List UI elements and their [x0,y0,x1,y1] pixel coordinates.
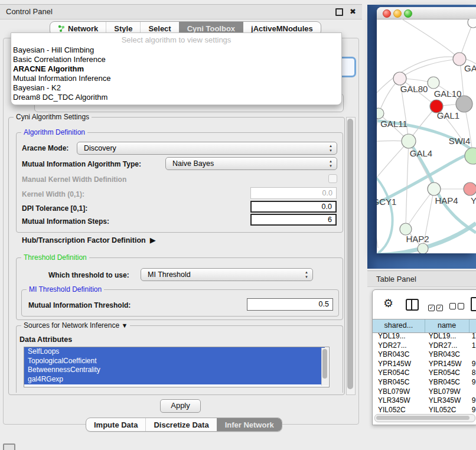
table-row[interactable]: YPR145WYPR145W9. [373,360,476,369]
table-horizontal-scrollbar[interactable] [374,414,475,422]
attribute-list-item[interactable]: SelfLoops [24,347,325,357]
table-cell: YIL052C [373,406,425,414]
node-label-HAP2: HAP2 [406,234,429,244]
control-panel-titlebar[interactable]: Control Panel ✖ [0,4,362,19]
mi-steps-label: Mutual Information Steps: [22,217,109,226]
table-column-header[interactable]: A [470,319,476,332]
attribute-list-item[interactable]: gal4RGexp [24,375,325,384]
table-cell: YLR345W [373,396,425,406]
table-column-header[interactable]: shared... [373,319,425,332]
table-row[interactable]: YBR045CYBR045C9. [373,378,476,387]
spinner-arrows-icon: ▲▼ [329,159,332,168]
table-column-header[interactable]: name [425,319,470,332]
sources-title-text: Sources for Network Inference [24,321,119,330]
which-threshold-select[interactable]: MI Threshold ▲▼ [141,268,313,281]
kernel-width-field[interactable]: 0.0 [250,187,337,199]
algorithm-option[interactable]: Basic Correlation Inference [11,55,341,64]
kernel-width-label: Kernel Width (0,1): [22,190,84,198]
table-cell: 13 [468,332,476,341]
sources-group-title[interactable]: Sources for Network Inference ▼ [21,321,130,330]
tab-impute-data[interactable]: Impute Data [86,418,145,431]
network-window-titlebar[interactable] [377,7,476,19]
node-label-GCY1: GCY1 [377,197,396,207]
aracne-mode-label: Aracne Mode: [22,144,69,152]
algorithm-option[interactable]: Bayesian - Hill Climbing [11,45,341,55]
table-hscrollbar-thumb[interactable] [376,416,470,420]
table-row[interactable]: YDL19...YDL19...13 [373,332,476,341]
table-cell: 9. [468,378,476,387]
control-panel-title: Control Panel [6,5,53,19]
table-row[interactable]: YIL052CYIL052C9 [373,406,476,414]
network-node-HAP2[interactable] [400,223,412,235]
network-node-SWI4[interactable] [465,148,476,164]
network-canvas[interactable]: GAL80GAL10GAL1GAL11GAL4SWI4GCY1HAP4YHAP2… [377,19,476,253]
algorithm-option[interactable]: Bayesian - K2 [11,83,341,93]
network-edge[interactable] [377,170,393,253]
network-node-GAL80[interactable] [393,72,406,85]
float-panel-icon[interactable] [335,8,343,16]
algorithm-options-list: Bayesian - Hill ClimbingBasic Correlatio… [11,45,341,102]
table-cell: YBR045C [373,378,425,387]
tab-infer-network[interactable]: Infer Network [217,418,282,431]
dpi-tolerance-value: 0.0 [322,203,332,211]
attribute-list-item[interactable]: BetweennessCentrality [24,366,325,375]
table-panel-titlebar[interactable]: Table Panel [367,270,476,287]
network-edge[interactable] [406,141,409,229]
expanded-arrow-icon[interactable]: ▼ [121,322,128,329]
table-row[interactable]: YER054CYER054C8. [373,369,476,378]
dpi-tolerance-label: DPI Tolerance [0,1]: [22,204,87,213]
algorithm-option[interactable]: ARACNE Algorithm [11,64,341,74]
split-columns-icon[interactable] [406,299,419,311]
minimized-panel-icon[interactable] [3,444,15,450]
aracne-mode-select[interactable]: Discovery ▲▼ [77,142,337,155]
mi-type-label: Mutual Information Algorithm Type: [22,160,141,168]
attributes-scrollbar[interactable] [321,348,328,386]
table-row[interactable]: YBR043CYBR043C [373,350,476,360]
select-all-icon[interactable]: ✓✓ [428,301,445,312]
collapsed-arrow-icon[interactable]: ▶ [148,236,156,244]
minimize-window-icon[interactable] [393,9,402,18]
network-node-GAL11[interactable] [377,108,384,119]
mi-algorithm-type-select[interactable]: Naive Bayes ▲▼ [165,157,337,170]
gear-icon[interactable]: ⚙ [383,298,393,309]
network-node-GAL10[interactable] [428,77,439,89]
network-node-node-bottom[interactable] [418,243,428,253]
attributes-scrollbar-thumb[interactable] [322,349,327,379]
tab-label: Style [114,24,132,33]
data-attributes-list[interactable]: SelfLoopsTopologicalCoefficientBetweenne… [24,347,330,387]
table-row[interactable]: YLR345WYLR345W9. [373,396,476,406]
node-label-GAL4: GAL4 [410,148,432,158]
network-node-HAP4[interactable] [428,182,441,195]
algorithm-option[interactable]: Dream8 DC_TDC Algorithm [11,93,341,102]
hub-definition-toggle[interactable]: Hub/Transcription Factor Definition ▶ [22,236,156,244]
zoom-window-icon[interactable] [404,9,412,18]
table-cell: YBR043C [425,350,468,360]
apply-button[interactable]: Apply [160,399,201,413]
mi-threshold-field[interactable]: 0.5 [247,298,333,311]
close-panel-icon[interactable]: ✖ [350,5,356,19]
table-cell: YPR145W [425,360,468,369]
manual-kernel-checkbox[interactable] [328,174,337,183]
network-node-GAL4[interactable] [402,134,416,148]
clear-selection-icon[interactable] [449,301,466,312]
table-row[interactable]: YDR27...YDR27...12 [373,341,476,351]
algorithm-option[interactable]: Mutual Information Inference [11,74,341,83]
table-row[interactable]: YBL079WYBL079W [373,387,476,397]
attribute-list-item[interactable]: TopologicalCoefficient [24,357,325,366]
dpi-tolerance-field[interactable]: 0.0 [250,201,337,213]
mi-steps-field[interactable]: 6 [250,214,337,226]
tab-discretize-data[interactable]: Discretize Data [145,418,216,431]
network-node-node-top[interactable] [468,19,476,28]
node-label-GAL10: GAL10 [434,89,462,99]
hub-definition-label: Hub/Transcription Factor Definition [22,236,146,244]
network-node-node-salmon[interactable] [464,182,476,195]
network-edge[interactable] [402,19,459,59]
settings-scrollbar[interactable] [346,117,356,395]
node-label-HAP4: HAP4 [435,195,458,206]
settings-scrollbar-thumb[interactable] [347,119,353,389]
close-window-icon[interactable] [383,9,391,18]
algorithm-placeholder: Select algorithm to view settings [11,34,341,45]
table-cell: 8. [468,369,476,378]
network-edge[interactable] [400,59,459,79]
document-icon[interactable] [471,297,476,311]
